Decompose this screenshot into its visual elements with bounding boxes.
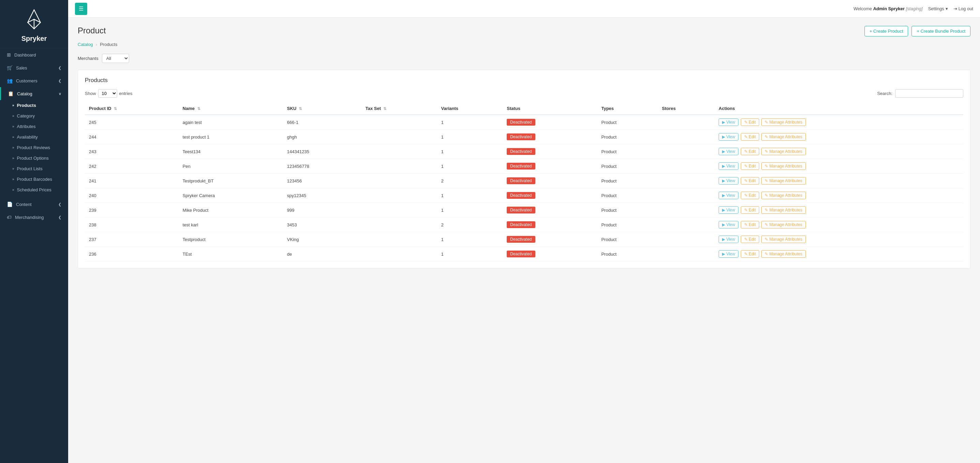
chevron-right-icon: ❮ [58, 66, 61, 70]
edit-button[interactable]: ✎ Edit [741, 148, 759, 155]
settings-button[interactable]: Settings ▾ [928, 6, 948, 11]
cell-variants: 1 [437, 188, 503, 203]
sort-icon: ⇅ [299, 106, 302, 111]
sidebar-item-catalog[interactable]: 📋 Catalog ∨ [0, 87, 68, 100]
col-sku[interactable]: SKU ⇅ [283, 103, 361, 115]
col-product-id[interactable]: Product ID ⇅ [85, 103, 178, 115]
manage-attributes-button[interactable]: ✎ Manage Attributes [761, 192, 805, 199]
edit-button[interactable]: ✎ Edit [741, 192, 759, 199]
table-header-row: Product ID ⇅ Name ⇅ SKU ⇅ Tax Set [85, 103, 963, 115]
status-badge: Deactivated [507, 119, 535, 125]
sidebar-item-dashboard[interactable]: ⊞ Dashboard [0, 48, 68, 61]
cell-sku: 999 [283, 203, 361, 217]
cell-status: Deactivated [503, 203, 597, 217]
view-button[interactable]: ▶ View [719, 192, 738, 199]
manage-attributes-button[interactable]: ✎ Manage Attributes [761, 221, 805, 228]
cell-variants: 1 [437, 144, 503, 159]
cell-tax-set [361, 247, 437, 262]
cell-name: Testprodukt_BT [178, 174, 283, 188]
sidebar-item-label: Customers [16, 78, 38, 83]
edit-button[interactable]: ✎ Edit [741, 221, 759, 228]
edit-button[interactable]: ✎ Edit [741, 177, 759, 184]
cell-product-id: 240 [85, 188, 178, 203]
cell-status: Deactivated [503, 144, 597, 159]
cell-types: Product [597, 159, 658, 174]
edit-button[interactable]: ✎ Edit [741, 206, 759, 214]
subnav-item-product-reviews[interactable]: » Product Reviews [0, 142, 68, 153]
create-product-button[interactable]: + Create Product [864, 26, 908, 36]
subnav-item-attributes[interactable]: » Attributes [0, 121, 68, 132]
edit-button[interactable]: ✎ Edit [741, 119, 759, 126]
menu-toggle-button[interactable]: ☰ [75, 3, 87, 15]
view-button[interactable]: ▶ View [719, 133, 738, 141]
topbar-right: Welcome Admin Spryker [staging] Settings… [854, 6, 973, 11]
view-button[interactable]: ▶ View [719, 148, 738, 155]
col-name[interactable]: Name ⇅ [178, 103, 283, 115]
create-bundle-product-button[interactable]: + Create Bundle Product [912, 26, 970, 36]
col-tax-set[interactable]: Tax Set ⇅ [361, 103, 437, 115]
sidebar-item-customers[interactable]: 👥 Customers ❮ [0, 74, 68, 87]
subnav-item-scheduled-prices[interactable]: » Scheduled Prices [0, 184, 68, 195]
sidebar-item-sales[interactable]: 🛒 Sales ❮ [0, 61, 68, 74]
manage-attributes-button[interactable]: ✎ Manage Attributes [761, 236, 805, 243]
view-button[interactable]: ▶ View [719, 119, 738, 126]
subnav-item-category[interactable]: » Category [0, 111, 68, 121]
page-header: Product + Create Product + Create Bundle… [78, 26, 970, 36]
subnav-item-label: Product Options [17, 155, 49, 161]
breadcrumb-catalog[interactable]: Catalog [78, 42, 93, 47]
edit-button[interactable]: ✎ Edit [741, 133, 759, 141]
merchants-select[interactable]: All [102, 54, 129, 63]
edit-button[interactable]: ✎ Edit [741, 236, 759, 243]
cell-tax-set [361, 174, 437, 188]
table-row: 243 Teest134 144341235 1 Deactivated Pro… [85, 144, 963, 159]
view-button[interactable]: ▶ View [719, 177, 738, 184]
view-button[interactable]: ▶ View [719, 162, 738, 170]
cell-tax-set [361, 144, 437, 159]
manage-attributes-button[interactable]: ✎ Manage Attributes [761, 250, 805, 258]
subnav-item-product-barcodes[interactable]: » Product Barcodes [0, 174, 68, 184]
cell-tax-set [361, 188, 437, 203]
manage-attributes-button[interactable]: ✎ Manage Attributes [761, 162, 805, 170]
main-area: ☰ Welcome Admin Spryker [staging] Settin… [68, 0, 980, 463]
sidebar-item-merchandising[interactable]: 🏷 Merchandising ❮ [0, 211, 68, 224]
logout-button[interactable]: ⇥ Log out [953, 6, 973, 11]
col-actions: Actions [714, 103, 963, 115]
view-button[interactable]: ▶ View [719, 206, 738, 214]
breadcrumb-separator: › [96, 42, 97, 47]
cell-actions: ▶ View ✎ Edit ✎ Manage Attributes [714, 115, 963, 130]
cell-types: Product [597, 232, 658, 247]
subnav-item-products[interactable]: » Products [0, 100, 68, 111]
manage-attributes-button[interactable]: ✎ Manage Attributes [761, 148, 805, 155]
cell-types: Product [597, 144, 658, 159]
view-button[interactable]: ▶ View [719, 250, 738, 258]
cell-stores [658, 217, 714, 232]
cell-stores [658, 144, 714, 159]
status-badge: Deactivated [507, 251, 535, 257]
view-button[interactable]: ▶ View [719, 221, 738, 228]
subnav-item-product-options[interactable]: » Product Options [0, 153, 68, 163]
cell-stores [658, 115, 714, 130]
manage-attributes-button[interactable]: ✎ Manage Attributes [761, 177, 805, 184]
manage-attributes-button[interactable]: ✎ Manage Attributes [761, 206, 805, 214]
cell-variants: 1 [437, 203, 503, 217]
manage-attributes-button[interactable]: ✎ Manage Attributes [761, 119, 805, 126]
cell-types: Product [597, 130, 658, 144]
subnav-item-label: Category [17, 113, 35, 119]
entries-per-page-select[interactable]: 10 25 50 100 [98, 89, 117, 98]
cell-name: TEst [178, 247, 283, 262]
edit-button[interactable]: ✎ Edit [741, 162, 759, 170]
chevron-down-icon: ∨ [59, 92, 61, 96]
edit-button[interactable]: ✎ Edit [741, 250, 759, 258]
subnav-item-product-lists[interactable]: » Product Lists [0, 163, 68, 174]
view-button[interactable]: ▶ View [719, 236, 738, 243]
subnav-item-availability[interactable]: » Availability [0, 132, 68, 142]
search-input[interactable] [895, 89, 963, 98]
cell-sku: 123456 [283, 174, 361, 188]
staging-label: [staging] [906, 6, 923, 11]
cell-types: Product [597, 203, 658, 217]
sidebar-item-label: Sales [16, 65, 27, 70]
products-table-body: 245 again test 666-1 1 Deactivated Produ… [85, 115, 963, 262]
table-row: 238 test karl 3453 2 Deactivated Product… [85, 217, 963, 232]
sidebar-item-content[interactable]: 📄 Content ❮ [0, 198, 68, 211]
manage-attributes-button[interactable]: ✎ Manage Attributes [761, 133, 805, 141]
